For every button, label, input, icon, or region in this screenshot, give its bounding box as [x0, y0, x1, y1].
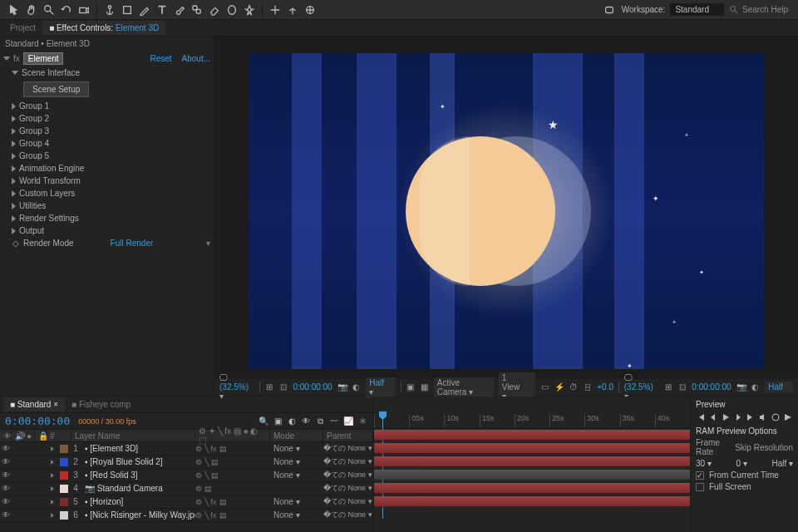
- skip-dropdown[interactable]: 0 ▾: [736, 459, 746, 468]
- hand-tool-icon[interactable]: [24, 2, 39, 17]
- track-row[interactable]: [374, 441, 690, 455]
- rotate-tool-icon[interactable]: [59, 2, 74, 17]
- group-row[interactable]: Group 4: [0, 137, 214, 150]
- draft-3d-icon[interactable]: ◐: [286, 416, 298, 427]
- fullscreen-checkbox[interactable]: [696, 483, 704, 491]
- svg-rect-7: [605, 7, 613, 12]
- group-row[interactable]: Group 3: [0, 125, 214, 137]
- resolution-icon[interactable]: ⊞: [265, 382, 274, 393]
- brainstorm-icon[interactable]: ⚛: [357, 416, 368, 427]
- timeline-layer-panel: ■ Standard × ■ Fisheye comp 0:00:00:00 0…: [0, 397, 374, 532]
- tab-comp-standard[interactable]: ■ Standard ×: [3, 397, 65, 411]
- preview-res-dropdown[interactable]: Half ▾: [771, 459, 793, 468]
- axis-local-icon[interactable]: [268, 2, 283, 17]
- graph-editor-icon[interactable]: 📈: [342, 416, 354, 427]
- play-button[interactable]: [721, 411, 731, 423]
- grid-icon[interactable]: ⊡: [279, 382, 288, 393]
- brush-tool-icon[interactable]: [172, 2, 187, 17]
- framerate-dropdown[interactable]: 30 ▾: [696, 459, 712, 468]
- timecode[interactable]: 0:00:00:00: [5, 415, 70, 427]
- scene-interface-row[interactable]: Scene Interface: [0, 66, 214, 79]
- prev-frame-button[interactable]: [708, 411, 718, 423]
- layer-row[interactable]: 👁3▪ [Red Solid 3]⚙ ╲ ▤None ▾�ての None ▾: [0, 469, 373, 482]
- pen-tool-icon[interactable]: [137, 2, 152, 17]
- disclosure-icon[interactable]: [3, 57, 10, 61]
- comp-mini-icon[interactable]: ▣: [272, 416, 283, 427]
- selection-tool-icon[interactable]: [7, 2, 22, 17]
- exposure[interactable]: +0.0: [597, 382, 613, 392]
- timeline-tracks[interactable]: 05s10s15s20s25s30s35s40s: [374, 397, 690, 532]
- track-row[interactable]: [374, 495, 690, 508]
- scene-setup-button[interactable]: Scene Setup: [23, 81, 89, 97]
- fps-display: 00000 / 30.00 fps: [78, 417, 136, 426]
- clone-tool-icon[interactable]: [190, 2, 204, 17]
- zoom-tool-icon[interactable]: [42, 2, 57, 17]
- property-row[interactable]: Render Settings: [0, 212, 214, 224]
- top-toolbar: Workspace: Standard Search Help: [0, 0, 798, 20]
- property-row[interactable]: Utilities: [0, 200, 214, 212]
- anchor-tool-icon[interactable]: [102, 2, 117, 17]
- property-row[interactable]: Output: [0, 224, 214, 237]
- transparency-icon[interactable]: ▦: [420, 382, 429, 393]
- tab-effect-controls[interactable]: ■ Effect Controls: Element 3D: [42, 21, 165, 35]
- track-row[interactable]: [374, 428, 690, 441]
- snapshot-icon[interactable]: 📷: [337, 382, 347, 393]
- next-frame-button[interactable]: [733, 411, 743, 423]
- track-row[interactable]: [374, 468, 690, 481]
- channel-icon[interactable]: ◐: [352, 382, 362, 393]
- search-layers-icon[interactable]: 🔍: [258, 416, 269, 427]
- layer-row[interactable]: 👁2▪ [Royal Blue Solid 2]⚙ ╲ ▤None ▾�ての N…: [0, 456, 373, 469]
- roto-tool-icon[interactable]: [224, 2, 239, 17]
- ram-preview-heading: RAM Preview Options: [696, 426, 793, 436]
- layer-row[interactable]: 👁6▪ [Nick Risinger - Milky Way.jpg]⚙ ╲ f…: [0, 509, 373, 522]
- group-row[interactable]: Group 2: [0, 112, 214, 125]
- text-tool-icon[interactable]: [155, 2, 170, 17]
- group-row[interactable]: Group 5: [0, 150, 214, 162]
- render-mode-row[interactable]: ◇ Render Mode Full Render ▾: [0, 237, 214, 249]
- from-current-checkbox[interactable]: [696, 471, 704, 480]
- loop-button[interactable]: [771, 411, 781, 423]
- shy-icon[interactable]: 👁: [300, 416, 312, 427]
- svg-point-4: [193, 5, 197, 9]
- property-row[interactable]: Animation Engine: [0, 162, 214, 175]
- camera-dropdown[interactable]: Active Camera ▾: [434, 377, 494, 397]
- eraser-tool-icon[interactable]: [207, 2, 222, 17]
- property-row[interactable]: World Transform: [0, 175, 214, 187]
- last-frame-button[interactable]: [746, 411, 756, 423]
- workspace-label: Workspace:: [622, 5, 666, 14]
- pin-tool-icon[interactable]: [242, 2, 257, 17]
- motion-blur-icon[interactable]: 〰: [328, 416, 340, 427]
- property-row[interactable]: Custom Layers: [0, 187, 214, 200]
- composition-viewer[interactable]: ✦ ★ + ✦ ✦ + ✦: [214, 37, 798, 377]
- layer-row[interactable]: 👁4📷 Standard Camera⚙ ▤�ての None ▾: [0, 482, 373, 495]
- shape-tool-icon[interactable]: [120, 2, 135, 17]
- mute-button[interactable]: [758, 411, 768, 423]
- about-link[interactable]: About...: [182, 54, 210, 63]
- layer-row[interactable]: 👁5▪ [Horizon]⚙ ╲ fx ▤None ▾�ての None ▾: [0, 495, 373, 509]
- reset-link[interactable]: Reset: [150, 54, 171, 63]
- resolution-dropdown[interactable]: Half ▾: [366, 377, 395, 397]
- track-row[interactable]: [374, 481, 690, 495]
- search-help[interactable]: Search Help: [729, 5, 788, 15]
- axis-view-icon[interactable]: [303, 2, 318, 17]
- flowchart-icon[interactable]: ⌸: [584, 382, 593, 393]
- current-time[interactable]: 0:00:00:00: [293, 382, 332, 392]
- track-row[interactable]: [374, 455, 690, 468]
- roi-icon[interactable]: ▣: [406, 382, 416, 393]
- sync-icon[interactable]: [602, 2, 617, 17]
- workspace-dropdown[interactable]: Standard: [670, 3, 724, 16]
- timeline-icon[interactable]: ⏱: [569, 382, 579, 393]
- effect-controls-panel: Standard • Element 3D fx Element Reset A…: [0, 37, 214, 396]
- camera-tool-icon[interactable]: [76, 2, 91, 17]
- frame-blend-icon[interactable]: ⧉: [314, 416, 326, 427]
- tab-comp-fisheye[interactable]: ■ Fisheye comp: [65, 397, 137, 411]
- pixel-aspect-icon[interactable]: ▭: [540, 382, 549, 393]
- first-frame-button[interactable]: [696, 411, 706, 423]
- tab-project[interactable]: Project: [3, 21, 42, 35]
- effect-header[interactable]: fx Element Reset About...: [0, 51, 214, 66]
- fast-preview-icon[interactable]: ⚡: [554, 382, 564, 393]
- group-row[interactable]: Group 1: [0, 100, 214, 112]
- layer-row[interactable]: 👁1▪ [Element 3D]⚙ ╲ fx ▤None ▾�ての None ▾: [0, 442, 373, 456]
- ram-preview-button[interactable]: [783, 411, 793, 423]
- axis-world-icon[interactable]: [285, 2, 300, 17]
